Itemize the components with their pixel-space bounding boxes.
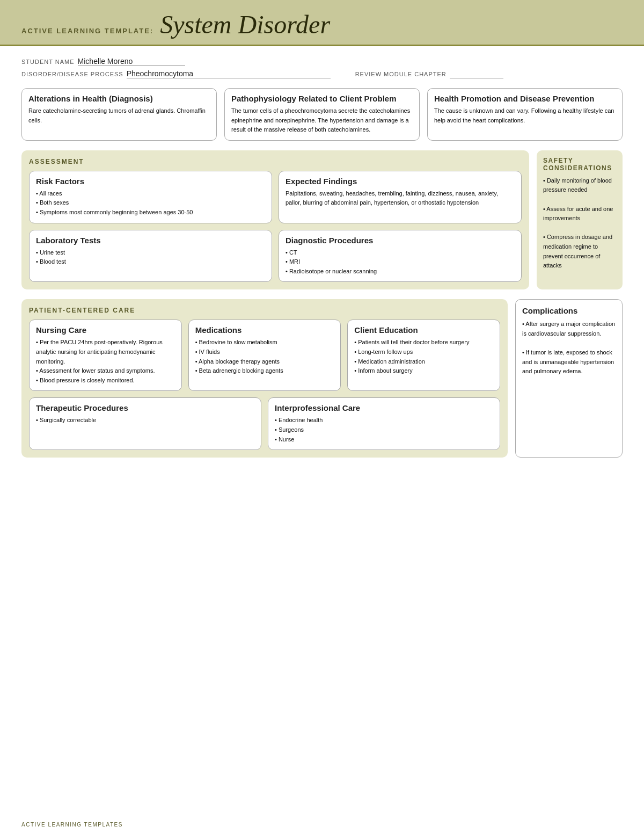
medications-title: Medications — [195, 325, 334, 335]
laboratory-tests-title: Laboratory Tests — [36, 236, 265, 245]
risk-factors-box: Risk Factors • All races• Both sexes• Sy… — [29, 171, 272, 223]
client-education-box: Client Education • Patients will tell th… — [347, 320, 500, 391]
box-pathophysiology: Pathophysiology Related to Client Proble… — [224, 88, 420, 141]
top-boxes: Alterations in Health (Diagnosis) Rare c… — [21, 88, 623, 141]
nursing-care-content: • Per the PACU 24hrs post-operatively. R… — [36, 338, 175, 385]
review-label: REVIEW MODULE CHAPTER — [355, 71, 447, 77]
box-health-promotion-title: Health Promotion and Disease Prevention — [434, 94, 616, 103]
student-name-value: Michelle Moreno — [78, 57, 185, 66]
box-diagnosis-content: Rare catecholamine-secreting tumors of a… — [28, 106, 210, 125]
safety-content: • Daily monitoring of blood pressure nee… — [543, 176, 616, 271]
disorder-row: DISORDER/DISEASE PROCESS Pheochromocytom… — [21, 69, 623, 78]
disorder-label: DISORDER/DISEASE PROCESS — [21, 71, 123, 77]
pcc-header: PATIENT-CENTERED CARE — [29, 307, 500, 314]
assessment-left: ASSESSMENT Risk Factors • All races• Bot… — [21, 150, 529, 290]
expected-findings-title: Expected Findings — [286, 177, 515, 186]
risk-factors-content: • All races• Both sexes• Symptoms most c… — [36, 189, 265, 217]
interprofessional-care-title: Interprofessional Care — [275, 403, 493, 412]
safety-box: SAFETY CONSIDERATIONS • Daily monitoring… — [537, 150, 623, 290]
pcc-section: PATIENT-CENTERED CARE Nursing Care • Per… — [21, 299, 623, 458]
diagnostic-procedures-content: • CT• MRI• Radioisotope or nuclear scann… — [286, 248, 515, 277]
box-diagnosis-title: Alterations in Health (Diagnosis) — [28, 94, 210, 103]
complications-content: • After surgery a major complication is … — [522, 320, 616, 376]
student-name-label: STUDENT NAME — [21, 59, 75, 65]
disorder-value: Pheochromocytoma — [127, 69, 331, 78]
therapeutic-procedures-box: Therapeutic Procedures • Surgically corr… — [29, 397, 261, 450]
box-health-promotion: Health Promotion and Disease Prevention … — [427, 88, 623, 141]
interprofessional-care-content: • Endocrine health • Surgeons • Nurse — [275, 416, 493, 444]
page-header: ACTIVE LEARNING TEMPLATE: System Disorde… — [0, 0, 644, 46]
complications-title: Complications — [522, 306, 616, 315]
template-label: ACTIVE LEARNING TEMPLATE: — [21, 27, 153, 35]
diagnostic-procedures-title: Diagnostic Procedures — [286, 236, 515, 245]
assessment-header: ASSESSMENT — [29, 158, 522, 165]
student-name-row: STUDENT NAME Michelle Moreno — [21, 57, 623, 66]
box-pathophysiology-title: Pathophysiology Related to Client Proble… — [231, 94, 413, 103]
diagnostic-procedures-box: Diagnostic Procedures • CT• MRI• Radiois… — [279, 230, 522, 282]
footer: ACTIVE LEARNING TEMPLATES — [21, 822, 123, 828]
nursing-care-title: Nursing Care — [36, 325, 175, 335]
safety-title: SAFETY CONSIDERATIONS — [543, 157, 616, 172]
pcc-top-grid: Nursing Care • Per the PACU 24hrs post-o… — [29, 320, 500, 391]
nursing-care-box: Nursing Care • Per the PACU 24hrs post-o… — [29, 320, 182, 391]
page-title: System Disorder — [160, 10, 330, 39]
therapeutic-procedures-title: Therapeutic Procedures — [36, 403, 254, 412]
student-info: STUDENT NAME Michelle Moreno DISORDER/DI… — [21, 57, 623, 78]
review-value — [450, 69, 503, 78]
pcc-bottom-grid: Therapeutic Procedures • Surgically corr… — [29, 397, 500, 450]
box-diagnosis: Alterations in Health (Diagnosis) Rare c… — [21, 88, 217, 141]
footer-text: ACTIVE LEARNING TEMPLATES — [21, 822, 123, 828]
interprofessional-care-box: Interprofessional Care • Endocrine healt… — [268, 397, 500, 450]
laboratory-tests-content: • Urine test• Blood test — [36, 248, 265, 267]
expected-findings-content: Palpitations, sweating, headaches, tremb… — [286, 189, 515, 208]
risk-factors-title: Risk Factors — [36, 177, 265, 186]
box-health-promotion-content: The cause is unknown and can vary. Follo… — [434, 106, 616, 125]
therapeutic-procedures-content: • Surgically correctable — [36, 416, 254, 425]
complications-box: Complications • After surgery a major co… — [515, 299, 623, 458]
assessment-section: ASSESSMENT Risk Factors • All races• Bot… — [21, 150, 623, 290]
medications-box: Medications • Bedrovine to slow metaboli… — [188, 320, 341, 391]
assessment-grid: Risk Factors • All races• Both sexes• Sy… — [29, 171, 522, 282]
client-education-content: • Patients will tell their doctor before… — [354, 338, 493, 375]
box-pathophysiology-content: The tumor cells of a pheochromocytoma se… — [231, 106, 413, 135]
main-content: STUDENT NAME Michelle Moreno DISORDER/DI… — [0, 46, 644, 479]
client-education-title: Client Education — [354, 325, 493, 335]
pcc-left: PATIENT-CENTERED CARE Nursing Care • Per… — [21, 299, 508, 458]
expected-findings-box: Expected Findings Palpitations, sweating… — [279, 171, 522, 223]
medications-content: • Bedrovine to slow metabolism • IV flui… — [195, 338, 334, 375]
laboratory-tests-box: Laboratory Tests • Urine test• Blood tes… — [29, 230, 272, 282]
